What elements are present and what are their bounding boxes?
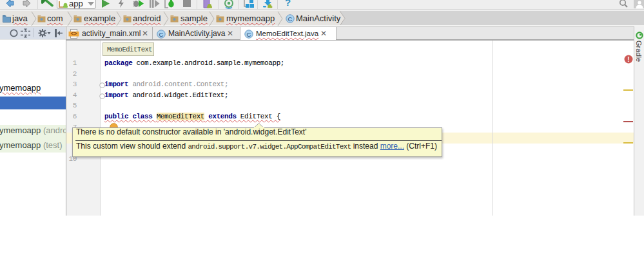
svg-text:!: !	[627, 56, 629, 63]
svg-text:C: C	[247, 31, 251, 38]
svg-text:<>: <>	[70, 31, 77, 37]
svg-text:C: C	[159, 31, 164, 38]
svg-text:C: C	[288, 15, 293, 23]
